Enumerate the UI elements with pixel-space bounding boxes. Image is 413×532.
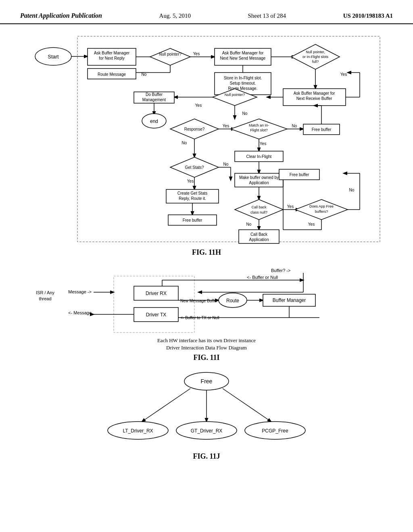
svg-text:Match an In-: Match an In- xyxy=(249,123,269,127)
svg-text:Yes: Yes xyxy=(193,52,200,56)
svg-text:Make buffer owned by: Make buffer owned by xyxy=(239,175,279,180)
sheet-info: Sheet 13 of 284 xyxy=(248,12,286,19)
svg-line-142 xyxy=(142,389,190,422)
svg-text:Next Receive Buffer: Next Receive Buffer xyxy=(296,96,332,101)
svg-text:No: No xyxy=(292,124,297,128)
svg-text:Null pointer?: Null pointer? xyxy=(225,93,245,97)
page-content: Start Ask Buffer Manager for Next Reply … xyxy=(0,24,413,476)
svg-text:Buffer? ->: Buffer? -> xyxy=(271,268,290,273)
svg-text:<- Message: <- Message xyxy=(68,310,92,315)
svg-text:Store in In-Flight slot.: Store in In-Flight slot. xyxy=(224,76,262,80)
svg-text:for Next Reply: for Next Reply xyxy=(99,56,124,60)
svg-text:LT_Driver_RX: LT_Driver_RX xyxy=(123,428,153,434)
svg-text:Yes: Yes xyxy=(340,72,347,77)
page-header: Patent Application Publication Aug. 5, 2… xyxy=(0,0,413,24)
svg-text:Application: Application xyxy=(249,181,269,185)
svg-text:Buffer Manager: Buffer Manager xyxy=(273,297,306,303)
svg-text:Flight slot?: Flight slot? xyxy=(250,128,268,132)
patent-number: US 2010/198183 A1 xyxy=(343,12,393,19)
svg-text:Free buffer: Free buffer xyxy=(290,172,309,177)
svg-rect-115 xyxy=(114,276,194,332)
svg-text:Ask Buffer Manager for: Ask Buffer Manager for xyxy=(294,91,335,96)
svg-text:<- Buffer or Null: <- Buffer or Null xyxy=(247,275,278,280)
svg-text:Create Get Stats: Create Get Stats xyxy=(177,191,207,195)
svg-text:Route: Route xyxy=(226,298,239,303)
svg-text:buffers?: buffers? xyxy=(315,210,328,214)
svg-text:Yes: Yes xyxy=(187,179,194,183)
svg-text:Null pointer,: Null pointer, xyxy=(306,50,325,54)
svg-text:Yes: Yes xyxy=(223,124,229,128)
svg-text:No: No xyxy=(223,162,229,166)
svg-text:class null?: class null? xyxy=(250,210,267,214)
svg-marker-8 xyxy=(150,48,190,65)
svg-text:New Message Buffer ->: New Message Buffer -> xyxy=(180,299,223,303)
svg-text:Get Stats?: Get Stats? xyxy=(185,165,204,170)
svg-text:Start: Start xyxy=(48,54,59,60)
svg-text:Setup timeout.: Setup timeout. xyxy=(230,81,256,85)
fig-11i-label: FIG. 11I xyxy=(193,353,219,362)
svg-text:Application: Application xyxy=(249,237,269,242)
publication-date: Aug. 5, 2010 xyxy=(159,12,191,19)
fig-11i-caption2: Driver Interaction Data Flow Diagram xyxy=(166,345,247,351)
fig-11i-caption1: Each HW interface has its own Driver ins… xyxy=(157,337,256,344)
fig-11h-label: FIG. 11H xyxy=(192,248,221,257)
svg-text:Route Message: Route Message xyxy=(98,72,126,77)
svg-text:Yes: Yes xyxy=(260,141,266,146)
svg-text:No: No xyxy=(242,111,248,116)
svg-text:thread: thread xyxy=(39,296,51,301)
svg-text:Driver TX: Driver TX xyxy=(146,312,166,318)
svg-text:ISR / Any: ISR / Any xyxy=(36,290,54,295)
fig-11h-section: Start Ask Buffer Manager for Next Reply … xyxy=(16,32,397,260)
svg-text:Null pointer?: Null pointer? xyxy=(159,52,182,56)
fig-11i-section: ISR / Any thread Buffer? -> <- Buffer or… xyxy=(16,264,397,365)
fig-11j-label: FIG. 11J xyxy=(193,452,220,461)
svg-text:Call back: Call back xyxy=(251,205,267,209)
svg-text:end: end xyxy=(150,118,158,124)
svg-text:or In-Flight slots: or In-Flight slots xyxy=(302,55,329,59)
svg-text:PCGP_Free: PCGP_Free xyxy=(262,428,288,434)
svg-text:Response?: Response? xyxy=(184,127,205,131)
svg-text:GT_Driver_RX: GT_Driver_RX xyxy=(191,428,223,434)
fig-11j-section: Free LT_Driver_RX GT_Driver_RX PCGP_Free… xyxy=(16,369,397,464)
svg-text:No: No xyxy=(349,188,355,192)
svg-text:Free buffer: Free buffer xyxy=(183,218,202,222)
fig-11h-diagram: Start Ask Buffer Manager for Next Reply … xyxy=(21,32,392,246)
fig-11i-diagram: ISR / Any thread Buffer? -> <- Buffer or… xyxy=(21,264,392,337)
svg-text:Driver RX: Driver RX xyxy=(146,291,167,296)
svg-text:Message ->: Message -> xyxy=(68,289,92,294)
svg-text:Call Back: Call Back xyxy=(250,232,268,237)
svg-text:No: No xyxy=(246,222,252,227)
svg-text:Management: Management xyxy=(142,98,166,102)
publication-title: Patent Application Publication xyxy=(20,12,102,19)
svg-text:Reply, Route it.: Reply, Route it. xyxy=(179,196,206,201)
svg-text:Do Buffer: Do Buffer xyxy=(146,92,163,97)
svg-text:Free: Free xyxy=(201,378,213,384)
svg-text:Next New Send Message: Next New Send Message xyxy=(220,56,266,60)
svg-text:Free buffer: Free buffer xyxy=(312,127,332,132)
svg-text:Yes: Yes xyxy=(195,103,202,108)
svg-line-144 xyxy=(223,389,271,422)
page: Patent Application Publication Aug. 5, 2… xyxy=(0,0,413,532)
svg-text:Ask Buffer Manager: Ask Buffer Manager xyxy=(94,51,130,55)
svg-text:Yes: Yes xyxy=(308,222,315,227)
svg-text:full?: full? xyxy=(312,60,319,64)
svg-text:Does App Free: Does App Free xyxy=(309,204,334,208)
svg-text:Clear In-Flight: Clear In-Flight xyxy=(246,154,272,159)
svg-text:Ask Buffer Manager for: Ask Buffer Manager for xyxy=(222,51,264,55)
svg-marker-89 xyxy=(235,200,283,220)
svg-text:No: No xyxy=(182,141,187,145)
svg-text:Yes: Yes xyxy=(287,204,294,209)
fig-11j-diagram: Free LT_Driver_RX GT_Driver_RX PCGP_Free xyxy=(86,369,327,450)
